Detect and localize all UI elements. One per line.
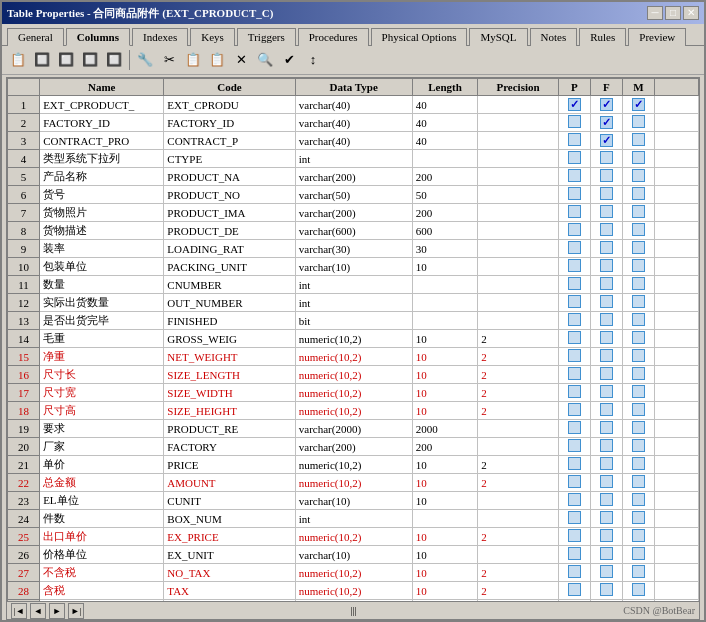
table-row[interactable]: 6货号PRODUCT_NOvarchar(50)50	[8, 186, 699, 204]
table-row[interactable]: 21单价PRICEnumeric(10,2)102	[8, 456, 699, 474]
table-row[interactable]: 11数量CNUMBERint	[8, 276, 699, 294]
toolbar-button-7[interactable]: ✂	[158, 49, 180, 71]
table-row[interactable]: 1EXT_CPRODUCT_EXT_CPRODUvarchar(40)40✓✓✓	[8, 96, 699, 114]
toolbar-button-1[interactable]: 🔲	[31, 49, 53, 71]
col-header-m: M	[622, 79, 654, 96]
col-header-len: Length	[412, 79, 478, 96]
table-row[interactable]: 4类型系统下拉列CTYPEint	[8, 150, 699, 168]
close-button[interactable]: ✕	[683, 6, 699, 20]
table-row[interactable]: 7货物照片PRODUCT_IMAvarchar(200)200	[8, 204, 699, 222]
minimize-button[interactable]: ─	[647, 6, 663, 20]
table-row[interactable]: 26价格单位EX_UNITvarchar(10)10	[8, 546, 699, 564]
table-row[interactable]: 3CONTRACT_PROCONTRACT_Pvarchar(40)40✓	[8, 132, 699, 150]
table-container[interactable]: Name Code Data Type Length Precision P F…	[7, 78, 699, 601]
table-row[interactable]: 9装率LOADING_RATvarchar(30)30	[8, 240, 699, 258]
window-title: Table Properties - 合同商品附件 (EXT_CPRODUCT_…	[7, 6, 273, 21]
tab-procedures[interactable]: Procedures	[298, 28, 369, 46]
table-row[interactable]: 12实际出货数量OUT_NUMBERint	[8, 294, 699, 312]
nav-prev[interactable]: ◄	[30, 603, 46, 619]
tab-columns[interactable]: Columns	[66, 28, 130, 46]
nav-last[interactable]: ►|	[68, 603, 84, 619]
title-bar: Table Properties - 合同商品附件 (EXT_CPRODUCT_…	[2, 2, 704, 24]
toolbar-button-13[interactable]: ↕	[302, 49, 324, 71]
watermark: CSDN @BotBear	[623, 605, 695, 616]
table-row[interactable]: 13是否出货完毕FINISHEDbit	[8, 312, 699, 330]
table-row[interactable]: 28含税TAXnumeric(10,2)102	[8, 582, 699, 600]
table-row[interactable]: 23EL单位CUNITvarchar(10)10	[8, 492, 699, 510]
nav-buttons[interactable]: |◄ ◄ ► ►|	[11, 603, 84, 619]
scrollbar-indicator: |||	[84, 605, 623, 616]
tab-physical-options[interactable]: Physical Options	[371, 28, 468, 46]
table-row[interactable]: 22总金额AMOUNTnumeric(10,2)102	[8, 474, 699, 492]
toolbar-button-0[interactable]: 📋	[7, 49, 29, 71]
maximize-button[interactable]: □	[665, 6, 681, 20]
table-row[interactable]: 2FACTORY_IDFACTORY_IDvarchar(40)40✓	[8, 114, 699, 132]
table-row[interactable]: 10包装单位PACKING_UNITvarchar(10)10	[8, 258, 699, 276]
tab-notes[interactable]: Notes	[530, 28, 578, 46]
toolbar-button-9[interactable]: 📋	[206, 49, 228, 71]
toolbar-button-2[interactable]: 🔲	[55, 49, 77, 71]
table-row[interactable]: 15净重NET_WEIGHTnumeric(10,2)102	[8, 348, 699, 366]
toolbar-button-8[interactable]: 📋	[182, 49, 204, 71]
table-row[interactable]: 27不含税NO_TAXnumeric(10,2)102	[8, 564, 699, 582]
toolbar-button-4[interactable]: 🔲	[103, 49, 125, 71]
col-header-extra	[655, 79, 699, 96]
columns-table: Name Code Data Type Length Precision P F…	[7, 78, 699, 601]
table-row[interactable]: 17尺寸宽SIZE_WIDTHnumeric(10,2)102	[8, 384, 699, 402]
tab-keys[interactable]: Keys	[190, 28, 235, 46]
col-header-p: P	[558, 79, 590, 96]
col-header-f: F	[590, 79, 622, 96]
toolbar-button-11[interactable]: 🔍	[254, 49, 276, 71]
table-row[interactable]: 19要求PRODUCT_REvarchar(2000)2000	[8, 420, 699, 438]
main-content: Name Code Data Type Length Precision P F…	[6, 77, 700, 620]
toolbar: 📋🔲🔲🔲🔲🔧✂📋📋✕🔍✔↕	[2, 46, 704, 75]
window-controls[interactable]: ─ □ ✕	[647, 6, 699, 20]
col-header-type: Data Type	[295, 79, 412, 96]
tab-general[interactable]: General	[7, 28, 64, 46]
table-row[interactable]: 25出口单价EX_PRICEnumeric(10,2)102	[8, 528, 699, 546]
toolbar-button-6[interactable]: 🔧	[134, 49, 156, 71]
toolbar-separator	[129, 50, 130, 70]
col-header-code: Code	[164, 79, 295, 96]
table-row[interactable]: 16尺寸长SIZE_LENGTHnumeric(10,2)102	[8, 366, 699, 384]
tab-indexes[interactable]: Indexes	[132, 28, 188, 46]
toolbar-button-12[interactable]: ✔	[278, 49, 300, 71]
tab-preview[interactable]: Preview	[628, 28, 686, 46]
col-header-prec: Precision	[478, 79, 558, 96]
col-header-name: Name	[40, 79, 164, 96]
table-row[interactable]: 24件数BOX_NUMint	[8, 510, 699, 528]
tabs-bar: GeneralColumnsIndexesKeysTriggersProcedu…	[2, 24, 704, 46]
col-header-num	[8, 79, 40, 96]
table-row[interactable]: 14毛重GROSS_WEIGnumeric(10,2)102	[8, 330, 699, 348]
tab-triggers[interactable]: Triggers	[237, 28, 296, 46]
table-row[interactable]: 5产品名称PRODUCT_NAvarchar(200)200	[8, 168, 699, 186]
table-row[interactable]: 20厂家FACTORYvarchar(200)200	[8, 438, 699, 456]
toolbar-button-10[interactable]: ✕	[230, 49, 252, 71]
nav-next[interactable]: ►	[49, 603, 65, 619]
toolbar-button-3[interactable]: 🔲	[79, 49, 101, 71]
tab-rules[interactable]: Rules	[579, 28, 626, 46]
status-bar: |◄ ◄ ► ►| ||| CSDN @BotBear	[7, 601, 699, 619]
tab-mysql[interactable]: MySQL	[469, 28, 527, 46]
table-row[interactable]: 8货物描述PRODUCT_DEvarchar(600)600	[8, 222, 699, 240]
nav-first[interactable]: |◄	[11, 603, 27, 619]
table-row[interactable]: 18尺寸高SIZE_HEIGHTnumeric(10,2)102	[8, 402, 699, 420]
